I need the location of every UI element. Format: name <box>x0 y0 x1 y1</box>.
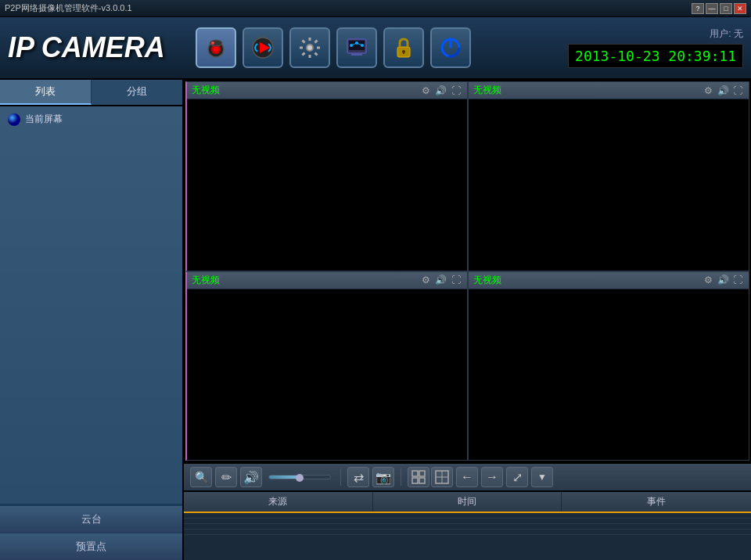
cam-settings-icon-3[interactable]: ⚙ <box>420 274 433 286</box>
tab-group[interactable]: 分组 <box>92 80 182 105</box>
nav-lock-button[interactable] <box>383 27 424 68</box>
cam-audio-icon-4[interactable]: 🔊 <box>717 274 729 286</box>
sidebar-item-current-screen[interactable]: 当前屏幕 <box>3 109 179 129</box>
camera-titlebar-4: 无视频 ⚙ 🔊 ⛶ <box>469 272 749 289</box>
camera-cell-1: 无视频 ⚙ 🔊 ⛶ <box>185 81 468 271</box>
main-content: 列表 分组 当前屏幕 云台 预置点 无视频 ⚙ 🔊 <box>0 80 751 560</box>
nav-power-button[interactable] <box>430 27 471 68</box>
events-header: 来源 时间 事件 <box>184 492 751 513</box>
cam-audio-icon-1[interactable]: 🔊 <box>435 84 447 97</box>
event-event-2 <box>562 519 751 523</box>
titlebar: P2P网络摄像机管理软件-v3.0.0.1 ? — □ ✕ <box>0 0 751 17</box>
camera-cell-3: 无视频 ⚙ 🔊 ⛶ <box>185 271 468 461</box>
camera-title-2: 无视频 <box>473 84 702 97</box>
cam-fullscreen-icon-3[interactable]: ⛶ <box>450 274 462 286</box>
right-panel: 无视频 ⚙ 🔊 ⛶ 无视频 ⚙ 🔊 ⛶ <box>184 80 751 560</box>
minimize-button[interactable]: — <box>706 3 718 14</box>
cam-audio-icon-3[interactable]: 🔊 <box>435 274 447 286</box>
nav-network-button[interactable] <box>336 27 377 68</box>
camera-title-4: 无视频 <box>473 274 702 287</box>
events-col-source: 来源 <box>184 492 373 512</box>
event-event-1 <box>562 513 751 518</box>
events-panel: 来源 时间 事件 <box>184 490 751 560</box>
datetime-display: 2013-10-23 20:39:11 <box>568 44 743 68</box>
close-button[interactable]: ✕ <box>734 3 746 14</box>
cam-fullscreen-icon-2[interactable]: ⛶ <box>731 84 744 97</box>
volume-slider[interactable] <box>268 475 331 479</box>
camera-cell-2: 无视频 ⚙ 🔊 ⛶ <box>468 81 750 271</box>
switch-button[interactable]: ⇄ <box>347 467 369 487</box>
grid-2x2-button[interactable] <box>408 467 429 487</box>
camera-icons-3: ⚙ 🔊 ⛶ <box>420 274 462 286</box>
camera-titlebar-1: 无视频 ⚙ 🔊 ⛶ <box>187 82 467 99</box>
globe-icon <box>8 113 20 126</box>
bottom-toolbar: 🔍 ✏ 🔊 ⇄ 📷 <box>184 462 751 490</box>
events-col-time: 时间 <box>373 492 562 512</box>
separator-2 <box>401 468 401 486</box>
zoom-button[interactable]: 🔍 <box>190 467 212 487</box>
svg-rect-24 <box>412 471 418 476</box>
maximize-button[interactable]: □ <box>720 3 732 14</box>
svg-point-2 <box>214 47 218 52</box>
event-time-3 <box>373 524 562 529</box>
header-right: 用户: 无 2013-10-23 20:39:11 <box>568 27 743 68</box>
nav-play-button[interactable] <box>243 27 283 68</box>
event-time-1 <box>373 513 562 518</box>
event-source-3 <box>184 524 373 529</box>
cam-fullscreen-icon-4[interactable]: ⛶ <box>731 274 744 286</box>
svg-rect-26 <box>412 478 418 483</box>
prev-button[interactable]: ← <box>456 467 478 487</box>
sidebar-content: 当前屏幕 <box>0 106 182 504</box>
cam-settings-icon-4[interactable]: ⚙ <box>702 274 714 286</box>
event-event-4 <box>562 529 751 534</box>
grid-fit-button[interactable] <box>431 467 453 487</box>
cam-audio-icon-2[interactable]: 🔊 <box>717 84 729 97</box>
nav-icons <box>196 27 471 68</box>
cam-fullscreen-icon-1[interactable]: ⛶ <box>450 84 462 97</box>
camera-icons-1: ⚙ 🔊 ⛶ <box>420 84 462 97</box>
event-source-4 <box>184 529 373 534</box>
nav-settings-button[interactable] <box>289 27 330 68</box>
event-source-2 <box>184 519 373 523</box>
events-rows <box>184 513 751 560</box>
volume-button[interactable]: 🔊 <box>240 467 262 487</box>
preset-button[interactable]: 预置点 <box>0 533 182 560</box>
grid-buttons <box>408 467 453 487</box>
camera-title-1: 无视频 <box>192 84 420 97</box>
event-time-4 <box>373 529 562 534</box>
camera-video-1 <box>187 99 467 271</box>
next-button[interactable]: → <box>481 467 503 487</box>
camera-video-3 <box>187 289 467 461</box>
help-button[interactable]: ? <box>692 3 704 14</box>
svg-point-4 <box>211 41 214 45</box>
draw-button[interactable]: ✏ <box>215 467 237 487</box>
camera-video-2 <box>469 99 749 271</box>
event-row-4 <box>184 529 751 535</box>
sidebar: 列表 分组 当前屏幕 云台 预置点 <box>0 80 184 560</box>
ptz-button[interactable]: 云台 <box>0 505 182 533</box>
event-source-1 <box>184 513 373 518</box>
sidebar-bottom: 云台 预置点 <box>0 504 182 560</box>
sidebar-tabs: 列表 分组 <box>0 80 182 106</box>
event-row-1 <box>184 513 751 519</box>
event-event-3 <box>562 524 751 529</box>
snapshot-button[interactable]: 📷 <box>372 467 394 487</box>
camera-title-3: 无视频 <box>192 274 420 287</box>
more-button[interactable]: ▼ <box>531 467 553 487</box>
camera-cell-4: 无视频 ⚙ 🔊 ⛶ <box>468 271 750 461</box>
svg-rect-27 <box>419 478 425 483</box>
app-logo: IP CAMERA <box>8 31 180 64</box>
svg-point-9 <box>307 45 312 50</box>
events-col-event: 事件 <box>562 492 751 512</box>
user-label: 用户: 无 <box>568 27 743 41</box>
camera-video-4 <box>469 289 749 461</box>
nav-camera-button[interactable] <box>196 27 236 68</box>
tab-list[interactable]: 列表 <box>0 80 92 105</box>
titlebar-title: P2P网络摄像机管理软件-v3.0.0.1 <box>5 2 132 14</box>
expand-button[interactable]: ⤢ <box>506 467 528 487</box>
cam-settings-icon-2[interactable]: ⚙ <box>702 84 714 97</box>
event-row-2 <box>184 519 751 524</box>
current-screen-label: 当前屏幕 <box>25 113 63 126</box>
cam-settings-icon-1[interactable]: ⚙ <box>420 84 433 97</box>
camera-titlebar-3: 无视频 ⚙ 🔊 ⛶ <box>187 272 467 289</box>
